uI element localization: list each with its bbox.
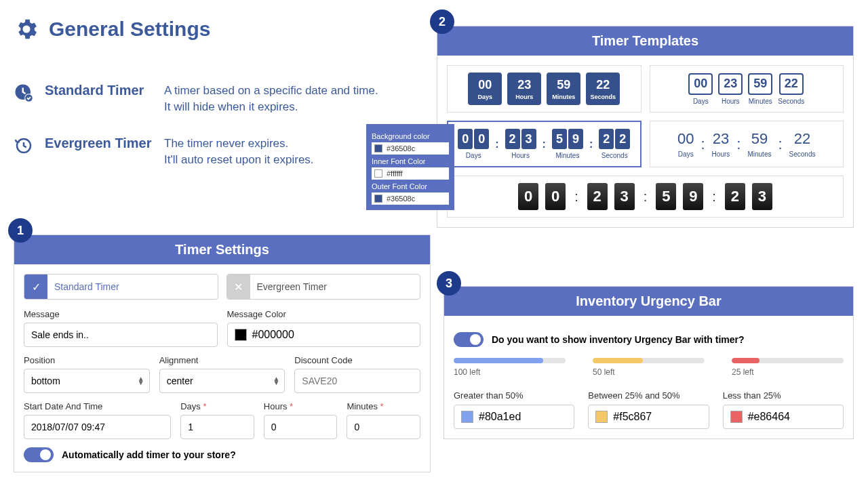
discount-input[interactable] [294, 369, 420, 393]
tab-evergreen-timer[interactable]: ✕ Evergreen Timer [226, 274, 421, 300]
urgency-toggle[interactable] [454, 332, 484, 347]
inventory-urgency-panel: Inventory Urgency Bar Do you want to sho… [443, 286, 854, 439]
timer-templates-header: Timer Templates [437, 26, 853, 56]
start-date-label: Start Date And Time [24, 401, 171, 411]
start-date-input[interactable] [24, 415, 171, 439]
gear-icon [14, 16, 39, 42]
template-option-2[interactable]: 00Days 23Hours 59Minutes 22Seconds [650, 65, 844, 113]
minutes-input[interactable] [347, 415, 420, 439]
alignment-label: Alignment [159, 355, 285, 365]
rule-25to50-label: Between 25% and 50% [588, 390, 709, 401]
color-settings-popup: Background color #36508c Inner Font Colo… [366, 124, 454, 210]
template-option-5[interactable]: 00: 23: 59: 23 [447, 176, 844, 218]
message-label: Message [24, 309, 218, 319]
refresh-clock-icon [14, 136, 34, 156]
evergreen-timer-description: Evergreen Timer The timer never expires.… [14, 136, 314, 168]
outer-font-input[interactable]: #36508c [372, 192, 449, 205]
alignment-select[interactable] [159, 369, 285, 393]
template-option-3[interactable]: 00Days: 23Hours: 59Minutes: 22Seconds [447, 121, 642, 167]
minutes-label: Minutes * [347, 401, 420, 411]
bar-25-left: 25 left [732, 358, 844, 377]
discount-label: Discount Code [294, 355, 420, 365]
evergreen-timer-desc: The timer never expires. It'll auto rese… [164, 136, 314, 168]
position-label: Position [24, 355, 150, 365]
standard-timer-desc: A timer based on a specific date and tim… [164, 83, 378, 115]
tab-evergreen-label: Evergreen Timer [250, 281, 334, 292]
timer-settings-header: Timer Settings [14, 235, 430, 264]
evergreen-timer-name: Evergreen Timer [45, 136, 153, 151]
days-label: Days * [180, 401, 254, 411]
check-icon: ✓ [24, 274, 47, 299]
clock-check-icon [14, 83, 34, 103]
days-input[interactable] [180, 415, 254, 439]
step-badge-3: 3 [437, 271, 461, 296]
template-option-1[interactable]: 00Days 23Hours 59Minutes 22Seconds [447, 65, 642, 113]
bar-100-left: 100 left [454, 358, 566, 377]
close-icon: ✕ [227, 274, 250, 299]
message-color-input[interactable]: #000000 [227, 323, 421, 347]
page-heading: General Settings [14, 16, 210, 42]
position-select[interactable] [24, 369, 150, 393]
standard-timer-description: Standard Timer A timer based on a specif… [14, 83, 378, 115]
template-option-4[interactable]: 00Days: 23Hours: 59Minutes: 22Seconds [650, 121, 844, 167]
urgency-question: Do you want to show inventory Urgency Ba… [492, 334, 745, 345]
message-color-label: Message Color [227, 309, 421, 319]
inventory-urgency-header: Inventory Urgency Bar [444, 287, 853, 316]
rule-lt25-label: Less than 25% [723, 390, 844, 401]
bar-50-left: 50 left [593, 358, 705, 377]
step-badge-1: 1 [8, 218, 33, 243]
inner-font-input[interactable]: #ffffff [372, 167, 449, 180]
bg-color-input[interactable]: #36508c [372, 142, 449, 155]
page-title: General Settings [49, 18, 210, 41]
auto-add-row: Automatically add timer to your store? [24, 447, 420, 462]
rule-gt50-input[interactable]: #80a1ed [454, 405, 574, 429]
message-input[interactable] [24, 323, 218, 347]
hours-input[interactable] [264, 415, 338, 439]
outer-font-label: Outer Font Color [372, 182, 449, 190]
tab-standard-timer[interactable]: ✓ Standard Timer [24, 274, 218, 300]
timer-templates-panel: Timer Templates 00Days 23Hours 59Minutes… [437, 26, 854, 228]
auto-add-label: Automatically add timer to your store? [62, 449, 236, 460]
tab-standard-label: Standard Timer [47, 281, 126, 292]
timer-settings-panel: Timer Settings ✓ Standard Timer ✕ Evergr… [14, 235, 431, 472]
rule-25to50-input[interactable]: #f5c867 [588, 405, 709, 429]
auto-add-toggle[interactable] [24, 447, 54, 462]
rule-lt25-input[interactable]: #e86464 [723, 405, 844, 429]
standard-timer-name: Standard Timer [45, 83, 153, 98]
urgency-question-row: Do you want to show inventory Urgency Ba… [454, 332, 844, 347]
bg-color-label: Background color [372, 132, 449, 140]
step-badge-2: 2 [430, 9, 454, 34]
inner-font-label: Inner Font Color [372, 157, 449, 165]
hours-label: Hours * [264, 401, 338, 411]
rule-gt50-label: Greater than 50% [454, 390, 574, 401]
